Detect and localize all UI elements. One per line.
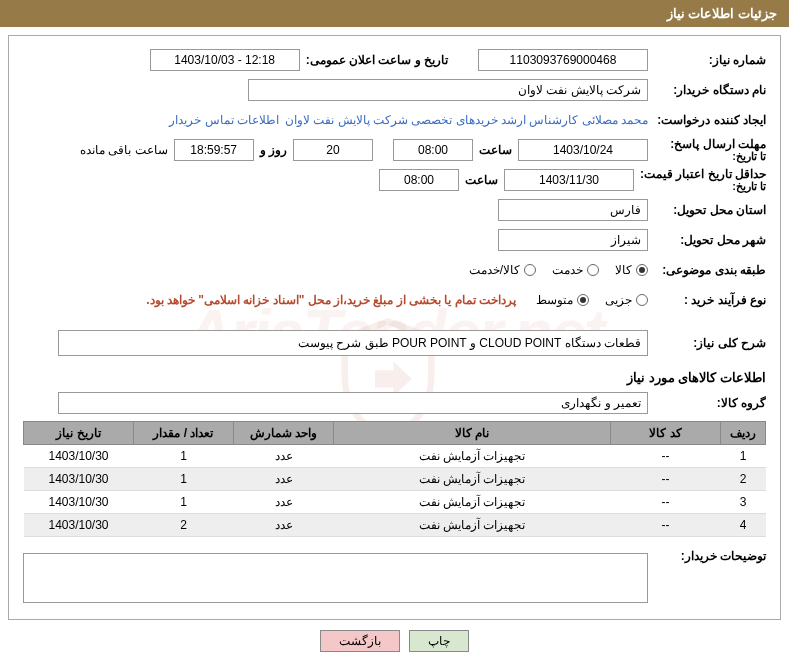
cell-qty: 1 (134, 445, 234, 468)
item-group-label: گروه کالا: (648, 396, 766, 410)
cell-unit: عدد (234, 468, 334, 491)
buyer-org-value: شرکت پالایش نفت لاوان (248, 79, 648, 101)
city-value: شیراز (498, 229, 648, 251)
cell-name: تجهیزات آزمایش نفت (334, 514, 611, 537)
radio-icon (587, 264, 599, 276)
payment-note: پرداخت تمام یا بخشی از مبلغ خرید،از محل … (146, 293, 516, 307)
cell-n: 1 (721, 445, 766, 468)
th-name: نام کالا (334, 422, 611, 445)
cell-unit: عدد (234, 445, 334, 468)
buyer-org-label: نام دستگاه خریدار: (648, 83, 766, 97)
items-table: ردیف کد کالا نام کالا واحد شمارش تعداد /… (23, 421, 766, 537)
th-qty: تعداد / مقدار (134, 422, 234, 445)
cell-name: تجهیزات آزمایش نفت (334, 468, 611, 491)
cell-date: 1403/10/30 (24, 468, 134, 491)
table-row: 2--تجهیزات آزمایش نفتعدد11403/10/30 (24, 468, 766, 491)
announce-date-value: 1403/10/03 - 12:18 (150, 49, 300, 71)
radio-goods-service[interactable]: کالا/خدمت (469, 263, 536, 277)
day-and-label: روز و (260, 143, 287, 157)
cell-qty: 1 (134, 468, 234, 491)
print-button[interactable]: چاپ (409, 630, 469, 652)
cell-code: -- (611, 514, 721, 537)
reply-deadline-label: مهلت ارسال پاسخ: تا تاریخ: (648, 138, 766, 162)
radio-icon (636, 264, 648, 276)
cell-name: تجهیزات آزمایش نفت (334, 491, 611, 514)
cell-date: 1403/10/30 (24, 491, 134, 514)
radio-goods-service-label: کالا/خدمت (469, 263, 520, 277)
hour-label-1: ساعت (479, 143, 512, 157)
items-section-title: اطلاعات کالاهای مورد نیاز (23, 370, 766, 385)
need-number-label: شماره نیاز: (648, 53, 766, 67)
remain-time-value: 18:59:57 (174, 139, 254, 161)
radio-icon (577, 294, 589, 306)
cell-n: 3 (721, 491, 766, 514)
th-code: کد کالا (611, 422, 721, 445)
radio-service-label: خدمت (552, 263, 583, 277)
province-label: استان محل تحویل: (648, 203, 766, 217)
th-row: ردیف (721, 422, 766, 445)
th-date: تاریخ نیاز (24, 422, 134, 445)
th-unit: واحد شمارش (234, 422, 334, 445)
cell-unit: عدد (234, 491, 334, 514)
requester-label: ایجاد کننده درخواست: (648, 113, 766, 127)
quote-valid-label: حداقل تاریخ اعتبار قیمت: تا تاریخ: (634, 168, 766, 192)
overall-desc-label: شرح کلی نیاز: (648, 336, 766, 350)
reply-date-value: 1403/10/24 (518, 139, 648, 161)
cell-code: -- (611, 445, 721, 468)
overall-desc-value: قطعات دستگاه CLOUD POINT و POUR POINT طب… (58, 330, 648, 356)
radio-minor-label: جزیی (605, 293, 632, 307)
province-value: فارس (498, 199, 648, 221)
item-group-value: تعمیر و نگهداری (58, 392, 648, 414)
cell-unit: عدد (234, 514, 334, 537)
remain-suffix: ساعت باقی مانده (80, 143, 168, 157)
table-row: 4--تجهیزات آزمایش نفتعدد21403/10/30 (24, 514, 766, 537)
cell-qty: 1 (134, 491, 234, 514)
announce-date-label: تاریخ و ساعت اعلان عمومی: (306, 53, 448, 67)
buyer-notes-box (23, 553, 648, 603)
hour-label-2: ساعت (465, 173, 498, 187)
cell-n: 4 (721, 514, 766, 537)
buyer-notes-label: توضیحات خریدار: (648, 549, 766, 563)
quote-date-value: 1403/11/30 (504, 169, 634, 191)
cell-date: 1403/10/30 (24, 445, 134, 468)
back-button[interactable]: بازگشت (320, 630, 400, 652)
requester-value: محمد مصلائی کارشناس ارشد خریدهای تخصصی ش… (285, 113, 648, 127)
radio-goods[interactable]: کالا (615, 263, 648, 277)
cell-date: 1403/10/30 (24, 514, 134, 537)
quote-hour-value: 08:00 (379, 169, 459, 191)
remain-days-value: 20 (293, 139, 373, 161)
radio-icon (636, 294, 648, 306)
radio-minor[interactable]: جزیی (605, 293, 648, 307)
category-label: طبقه بندی موضوعی: (648, 263, 766, 277)
table-row: 3--تجهیزات آزمایش نفتعدد11403/10/30 (24, 491, 766, 514)
cell-qty: 2 (134, 514, 234, 537)
city-label: شهر محل تحویل: (648, 233, 766, 247)
cell-code: -- (611, 491, 721, 514)
radio-service[interactable]: خدمت (552, 263, 599, 277)
radio-goods-label: کالا (615, 263, 632, 277)
purchase-type-label: نوع فرآیند خرید : (648, 293, 766, 307)
radio-medium-label: متوسط (536, 293, 573, 307)
reply-hour-value: 08:00 (393, 139, 473, 161)
cell-code: -- (611, 468, 721, 491)
buyer-contact-link[interactable]: اطلاعات تماس خریدار (169, 113, 279, 127)
page-title: جزئیات اطلاعات نیاز (0, 0, 789, 27)
radio-icon (524, 264, 536, 276)
cell-n: 2 (721, 468, 766, 491)
table-row: 1--تجهیزات آزمایش نفتعدد11403/10/30 (24, 445, 766, 468)
radio-medium[interactable]: متوسط (536, 293, 589, 307)
need-number-value: 1103093769000468 (478, 49, 648, 71)
cell-name: تجهیزات آزمایش نفت (334, 445, 611, 468)
